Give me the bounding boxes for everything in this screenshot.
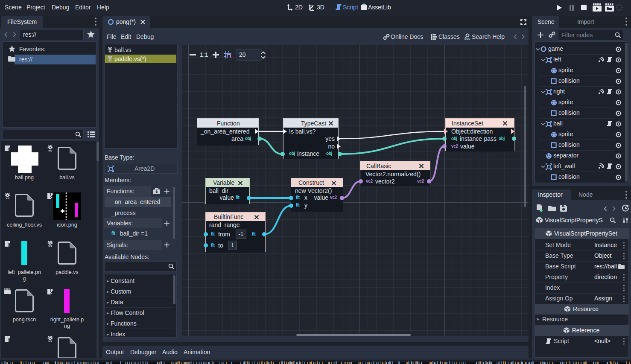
svg-text:vs: vs xyxy=(48,149,52,151)
svg-text:DOC: DOC xyxy=(464,38,470,40)
svg-text:vs: vs xyxy=(48,339,52,342)
svg-text:vs: vs xyxy=(48,244,52,247)
svg-text:vs: vs xyxy=(108,59,112,61)
svg-text:vs: vs xyxy=(6,196,9,199)
svg-text:vs: vs xyxy=(108,50,112,52)
